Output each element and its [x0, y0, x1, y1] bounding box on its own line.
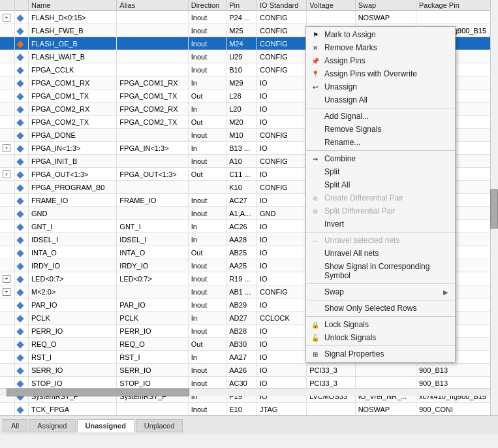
cell-pin[interactable]: AD27 — [226, 312, 257, 325]
cell-io[interactable]: IO — [257, 76, 307, 89]
cell-io[interactable]: IO — [257, 325, 307, 338]
cell-dir[interactable]: Inout — [188, 194, 226, 207]
cell-name[interactable]: FPGA_COM1_TX — [29, 89, 117, 103]
menu-item[interactable]: ⚑Mark to Assign — [306, 28, 455, 41]
row-expand-cell[interactable]: + — [0, 11, 15, 24]
cell-dir[interactable]: Out — [188, 116, 226, 129]
cell-name[interactable]: FPGA_PROGRAM_B0 — [29, 181, 117, 194]
cell-pin[interactable]: AA25 — [226, 259, 257, 272]
cell-io[interactable]: CCLOCK — [257, 312, 307, 325]
expand-button[interactable]: + — [3, 144, 10, 152]
cell-io[interactable]: IO — [257, 338, 307, 351]
menu-item[interactable]: Invert — [306, 217, 455, 231]
cell-alias[interactable]: GNT_I — [117, 220, 188, 233]
cell-name[interactable]: GNT_I — [29, 220, 117, 233]
cell-dir[interactable]: Inout — [188, 207, 226, 220]
cell-dir[interactable]: Inout — [188, 24, 226, 37]
cell-name[interactable]: PERR_IO — [29, 325, 117, 338]
menu-item[interactable]: Rename... — [306, 136, 455, 149]
tab-assigned[interactable]: Assigned — [29, 419, 75, 432]
row-expand-cell[interactable] — [0, 50, 15, 63]
table-row[interactable]: +FLASH_D<0:15>InoutP24 ...CONFIGNOSWAP — [0, 11, 498, 24]
row-expand-cell[interactable] — [0, 312, 15, 325]
cell-io[interactable]: GND — [257, 207, 307, 220]
cell-pkg[interactable]: 900_CONI — [416, 403, 497, 416]
cell-io[interactable]: IO — [257, 89, 307, 103]
cell-voltage[interactable] — [307, 403, 356, 416]
cell-name[interactable]: FLASH_OE_B — [29, 37, 117, 50]
cell-dir[interactable]: Inout — [188, 11, 226, 24]
row-expand-cell[interactable] — [0, 298, 15, 312]
row-expand-cell[interactable] — [0, 194, 15, 207]
row-expand-cell[interactable] — [0, 207, 15, 220]
row-expand-cell[interactable] — [0, 233, 15, 246]
cell-alias[interactable]: FPGA_COM2_RX — [117, 103, 188, 116]
col-alias[interactable]: Alias — [117, 0, 188, 11]
row-expand-cell[interactable] — [0, 63, 15, 76]
cell-io[interactable]: IO — [257, 116, 307, 129]
row-expand-cell[interactable] — [0, 364, 15, 377]
cell-dir[interactable] — [188, 181, 226, 194]
cell-io[interactable]: CONFIG — [257, 155, 307, 168]
row-expand-cell[interactable] — [0, 220, 15, 233]
cell-swap[interactable]: NOSWAP — [355, 403, 416, 416]
cell-alias[interactable]: FRAME_IO — [117, 194, 188, 207]
cell-name[interactable]: FLASH_FWE_B — [29, 24, 117, 37]
cell-voltage[interactable]: PCI33_3 — [307, 364, 356, 377]
row-expand-cell[interactable] — [0, 338, 15, 351]
expand-button[interactable]: + — [3, 275, 10, 283]
cell-name[interactable]: FPGA_DONE — [29, 129, 117, 142]
cell-alias[interactable]: PCLK — [117, 312, 188, 325]
table-row[interactable]: SERR_IOSERR_IOInoutAA26IOPCI33_3900_B13 — [0, 364, 498, 377]
tab-unassigned[interactable]: Unassigned — [77, 419, 134, 432]
cell-pin[interactable]: M20 — [226, 116, 257, 129]
menu-item[interactable]: ⊞Signal Properties — [306, 347, 455, 360]
col-pkg[interactable]: Package Pin — [416, 0, 497, 11]
table-row[interactable]: TCK_FPGAInoutE10JTAGNOSWAP900_CONI — [0, 403, 498, 416]
cell-io[interactable]: CONFIG — [257, 11, 307, 24]
cell-pkg[interactable] — [416, 11, 497, 24]
cell-pin[interactable]: B13 ... — [226, 142, 257, 155]
cell-alias[interactable] — [117, 181, 188, 194]
menu-item[interactable]: Unassign All — [306, 93, 455, 106]
cell-pin[interactable]: AA28 — [226, 233, 257, 246]
menu-item[interactable]: Remove Signals — [306, 123, 455, 136]
cell-name[interactable]: FRAME_IO — [29, 194, 117, 207]
menu-item[interactable]: Split All — [306, 178, 455, 191]
cell-io[interactable]: IO — [257, 351, 307, 364]
cell-dir[interactable]: Out — [188, 338, 226, 351]
row-expand-cell[interactable] — [0, 37, 15, 50]
cell-pin[interactable]: C11 ... — [226, 168, 257, 181]
cell-io[interactable]: IO — [257, 298, 307, 312]
expand-button[interactable]: + — [3, 14, 10, 22]
cell-io[interactable]: IO — [257, 168, 307, 181]
cell-dir[interactable]: Inout — [188, 129, 226, 142]
cell-io[interactable]: JTAG — [257, 403, 307, 416]
cell-pin[interactable]: M10 — [226, 129, 257, 142]
cell-pkg[interactable]: 900_B13 — [416, 364, 497, 377]
cell-pin[interactable]: P24 ... — [226, 11, 257, 24]
cell-name[interactable]: FLASH_D<0:15> — [29, 11, 117, 24]
cell-dir[interactable]: Out — [188, 89, 226, 103]
cell-alias[interactable]: FPGA_OUT<1:3> — [117, 168, 188, 181]
cell-name[interactable]: TCK_FPGA — [29, 403, 117, 416]
cell-pin[interactable]: AC27 — [226, 194, 257, 207]
cell-io[interactable]: CONFIG — [257, 63, 307, 76]
cell-dir[interactable]: Inout — [188, 364, 226, 377]
menu-item[interactable]: Unravel All nets — [306, 247, 455, 260]
cell-io[interactable]: IO — [257, 194, 307, 207]
cell-io[interactable]: CONFIG — [257, 129, 307, 142]
cell-pin[interactable]: AA27 — [226, 351, 257, 364]
cell-name[interactable]: PCLK — [29, 312, 117, 325]
cell-pin[interactable]: AC26 — [226, 220, 257, 233]
col-name[interactable]: Name — [29, 0, 117, 11]
cell-dir[interactable]: In — [188, 76, 226, 89]
cell-pin[interactable]: AB1 ... — [226, 285, 257, 298]
row-expand-cell[interactable] — [0, 246, 15, 259]
menu-item[interactable]: ↩Unassign — [306, 80, 455, 93]
cell-pin[interactable]: B10 — [226, 63, 257, 76]
row-expand-cell[interactable] — [0, 403, 15, 416]
cell-alias[interactable]: REQ_O — [117, 338, 188, 351]
scrollbar-thumb[interactable] — [490, 189, 498, 229]
row-expand-cell[interactable] — [0, 155, 15, 168]
